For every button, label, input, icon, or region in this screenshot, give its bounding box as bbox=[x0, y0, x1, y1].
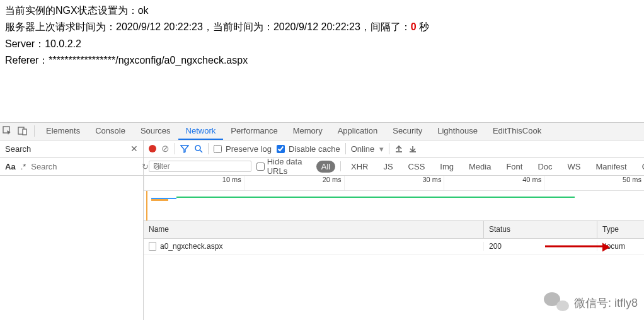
timeline-overview[interactable]: 10 ms 20 ms 30 ms 40 ms 50 ms bbox=[144, 176, 644, 221]
inspect-icon[interactable] bbox=[0, 126, 15, 136]
filter-pill-manifest[interactable]: Manifest bbox=[591, 161, 632, 173]
interval-value: 0 bbox=[411, 21, 417, 32]
current-time-value: 2020/9/12 20:22:23 bbox=[273, 21, 360, 32]
filter-bar: Filter Hide data URLs All XHR JS CSS Img… bbox=[144, 158, 644, 175]
request-status: 200 bbox=[489, 242, 502, 251]
referer-value: *****************/ngxconfig/a0_ngxcheck.… bbox=[49, 55, 248, 66]
tab-elements[interactable]: Elements bbox=[38, 122, 88, 140]
last-request-label: 服务器上次请求时间为： bbox=[5, 21, 116, 32]
timeline-tick: 10 ms bbox=[144, 176, 244, 190]
search-results-pane bbox=[0, 176, 144, 320]
filter-pill-js[interactable]: JS bbox=[378, 161, 398, 173]
table-row[interactable]: a0_ngxcheck.aspx 200 docum bbox=[144, 239, 644, 255]
upload-har-icon[interactable] bbox=[394, 144, 403, 153]
network-pane: 10 ms 20 ms 30 ms 40 ms 50 ms Name Statu… bbox=[144, 176, 644, 320]
search-icon[interactable] bbox=[194, 144, 203, 153]
tab-memory[interactable]: Memory bbox=[285, 122, 330, 140]
throttling-select[interactable]: Online bbox=[351, 144, 375, 154]
filter-pill-ws[interactable]: WS bbox=[563, 161, 586, 173]
clear-icon[interactable]: ⊘ bbox=[161, 143, 170, 154]
filter-pill-xhr[interactable]: XHR bbox=[346, 161, 373, 173]
column-type[interactable]: Type bbox=[597, 221, 644, 238]
filter-pill-all[interactable]: All bbox=[316, 161, 335, 173]
hide-data-urls-label: Hide data URLs bbox=[267, 157, 311, 176]
filter-pill-css[interactable]: CSS bbox=[403, 161, 430, 173]
last-request-time: 2020/9/12 20:22:23 bbox=[116, 21, 203, 32]
timeline-tick: 20 ms bbox=[244, 176, 344, 190]
filter-pill-img[interactable]: Img bbox=[435, 161, 459, 173]
search-input[interactable] bbox=[31, 162, 137, 171]
search-panel-header: Search ✕ bbox=[0, 140, 144, 157]
tab-lighthouse[interactable]: Lighthouse bbox=[430, 122, 485, 140]
tab-security[interactable]: Security bbox=[385, 122, 430, 140]
match-case-icon[interactable]: Aa bbox=[5, 162, 16, 171]
network-toolbar: ⊘ Preserve log Disable cache Online ▾ bbox=[144, 140, 644, 157]
ngx-state-label: 当前实例的NGX状态设置为： bbox=[5, 5, 138, 16]
timeline-tick: 50 ms bbox=[544, 176, 644, 190]
close-icon[interactable]: ✕ bbox=[130, 144, 138, 154]
tab-application[interactable]: Application bbox=[330, 122, 386, 140]
filter-pill-font[interactable]: Font bbox=[501, 161, 527, 173]
timeline-tick: 30 ms bbox=[344, 176, 444, 190]
tab-console[interactable]: Console bbox=[88, 122, 133, 140]
disable-cache-label: Disable cache bbox=[289, 144, 340, 154]
tab-network[interactable]: Network bbox=[178, 122, 224, 140]
network-table-header: Name Status Type bbox=[144, 221, 644, 239]
svg-rect-2 bbox=[23, 129, 26, 135]
page-body-content: 当前实例的NGX状态设置为：ok 服务器上次请求时间为：2020/9/12 20… bbox=[0, 0, 644, 72]
filter-pill-other[interactable]: O bbox=[637, 161, 644, 173]
tab-editthiscookie[interactable]: EditThisCook bbox=[485, 122, 549, 140]
record-icon[interactable] bbox=[149, 145, 156, 152]
server-value: 10.0.2.2 bbox=[45, 38, 81, 49]
search-label: Search bbox=[5, 144, 130, 154]
filter-icon[interactable] bbox=[180, 144, 189, 153]
search-input-row: Aa .* ↻ ⊘ bbox=[0, 158, 144, 175]
current-time-label: ，当前时间为： bbox=[203, 21, 273, 32]
download-har-icon[interactable] bbox=[408, 144, 417, 153]
filter-pill-media[interactable]: Media bbox=[464, 161, 496, 173]
filter-input[interactable]: Filter bbox=[149, 161, 251, 172]
devtools-tab-bar: Elements Console Sources Network Perform… bbox=[0, 123, 644, 140]
preserve-log-checkbox[interactable]: Preserve log bbox=[214, 144, 272, 154]
server-label: Server： bbox=[5, 38, 45, 49]
filter-pill-doc[interactable]: Doc bbox=[532, 161, 557, 173]
hide-data-urls-checkbox[interactable]: Hide data URLs bbox=[256, 157, 311, 176]
referer-label: Referer： bbox=[5, 55, 49, 66]
interval-label: ，间隔了： bbox=[360, 21, 411, 32]
device-toggle-icon[interactable] bbox=[15, 126, 30, 136]
tab-sources[interactable]: Sources bbox=[133, 122, 178, 140]
ngx-state-value: ok bbox=[138, 5, 149, 16]
column-status[interactable]: Status bbox=[484, 221, 597, 238]
request-name: a0_ngxcheck.aspx bbox=[160, 242, 222, 251]
disable-cache-checkbox[interactable]: Disable cache bbox=[277, 144, 340, 154]
interval-unit: 秒 bbox=[417, 21, 429, 32]
devtools-panel: Elements Console Sources Network Perform… bbox=[0, 122, 644, 320]
svg-point-3 bbox=[195, 146, 200, 151]
column-name[interactable]: Name bbox=[144, 221, 484, 238]
file-icon bbox=[149, 242, 156, 251]
preserve-log-label: Preserve log bbox=[226, 144, 272, 154]
tab-performance[interactable]: Performance bbox=[223, 122, 285, 140]
regex-icon[interactable]: .* bbox=[21, 162, 26, 171]
annotation-arrow bbox=[545, 246, 608, 248]
timeline-tick: 40 ms bbox=[444, 176, 544, 190]
svg-line-4 bbox=[200, 150, 202, 152]
